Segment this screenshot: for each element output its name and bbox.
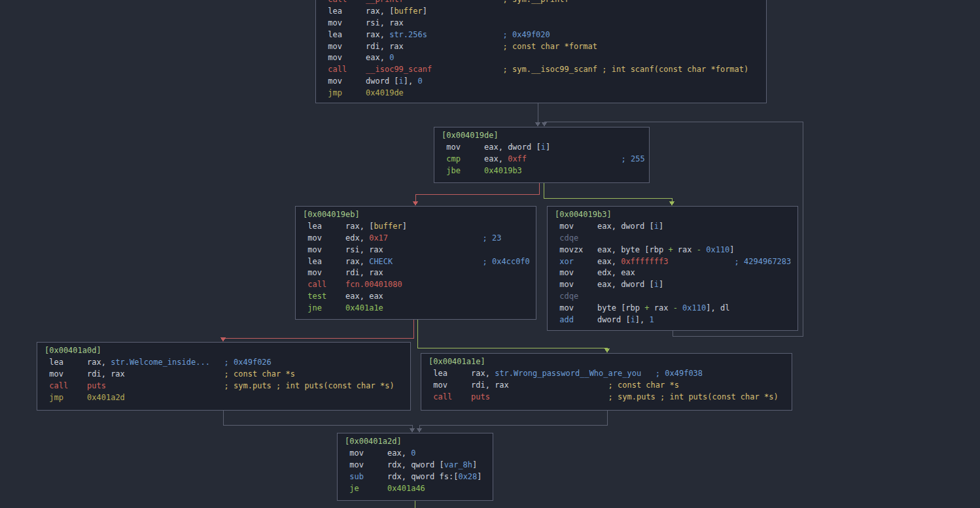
- asm-line: movzx eax, byte [rbp + rax - 0x110]: [555, 245, 790, 256]
- edge-arrow-icon: [542, 122, 547, 127]
- edge-arrow-icon: [417, 428, 422, 433]
- asm-line: jbe 0x4019b3: [442, 165, 642, 177]
- asm-line: xor eax, 0xfffffff3 ; 4294967283: [555, 256, 790, 268]
- asm-line: lea rax, str.256s ; 0x49f020: [323, 29, 759, 41]
- asm-line: mov rsi, rax: [303, 245, 529, 256]
- block-address-label: [0x004019de]: [442, 130, 642, 142]
- block-address-label: [0x00401a0d]: [44, 345, 403, 357]
- asm-line: cdqe: [555, 291, 790, 303]
- asm-line: jne 0x401a1e: [303, 303, 529, 314]
- edge-arrow-icon: [669, 201, 674, 206]
- edge-arrow-icon: [410, 428, 415, 433]
- asm-line: mov eax, dword [i]: [555, 279, 790, 291]
- basic-block-0x00401a2d[interactable]: [0x00401a2d] mov eax, 0 mov rdx, qword […: [337, 433, 493, 501]
- basic-block-0x00401a0d[interactable]: [0x00401a0d] lea rax, str.Welcome_inside…: [37, 342, 411, 411]
- edge-green: [544, 183, 672, 202]
- asm-line: lea rax, [buffer]: [323, 6, 759, 18]
- block-address-label: [0x004019b3]: [555, 209, 790, 221]
- asm-line: mov eax, dword [i]: [442, 142, 642, 154]
- asm-line: test eax, eax: [303, 291, 529, 303]
- block-address-label: [0x004019eb]: [303, 209, 529, 221]
- asm-line: mov eax, 0: [323, 52, 759, 64]
- asm-line: mov rdx, qword [var_8h]: [345, 460, 485, 471]
- basic-block-0x004019b3[interactable]: [0x004019b3] mov eax, dword [i] cdqe mov…: [547, 206, 798, 331]
- asm-line: mov rdi, rax ; const char *s: [429, 380, 784, 392]
- asm-line: add dword [i], 1: [555, 314, 790, 326]
- asm-line: lea rax, str.Welcome_inside... ; 0x49f02…: [44, 357, 403, 369]
- asm-line: lea rax, str.Wrong_password__Who_are_you…: [429, 368, 784, 380]
- basic-block-top-partial[interactable]: call __printf ; sym.__printf lea rax, [b…: [315, 0, 767, 103]
- asm-line: call __printf ; sym.__printf: [323, 0, 759, 6]
- edge-arrow-icon: [535, 122, 540, 127]
- asm-line: mov eax, dword [i]: [555, 221, 790, 233]
- asm-line: mov byte [rbp + rax - 0x110], dl: [555, 303, 790, 314]
- asm-line: call puts ; sym.puts ; int puts(const ch…: [44, 381, 403, 392]
- asm-line: call fcn.00401080: [303, 279, 529, 291]
- asm-line: jmp 0x4019de: [323, 88, 759, 99]
- asm-line: call puts ; sym.puts ; int puts(const ch…: [429, 392, 784, 403]
- edge-arrow-icon: [413, 201, 418, 206]
- asm-line: mov rsi, rax: [323, 18, 759, 29]
- asm-line: mov edx, 0x17 ; 23: [303, 233, 529, 245]
- asm-line: lea rax, [buffer]: [303, 221, 529, 233]
- asm-line: sub rdx, qword fs:[0x28]: [345, 471, 485, 483]
- asm-line: mov edx, eax: [555, 267, 790, 279]
- edge-arrow-icon: [604, 348, 610, 353]
- block-address-label: [0x00401a2d]: [345, 436, 485, 448]
- asm-line: cmp eax, 0xff ; 255: [442, 154, 642, 165]
- edge-gray: [419, 411, 607, 429]
- basic-block-0x004019eb[interactable]: [0x004019eb] lea rax, [buffer] mov edx, …: [295, 206, 536, 320]
- asm-line: lea rax, CHECK ; 0x4cc0f0: [303, 256, 529, 268]
- edge-red: [415, 183, 539, 202]
- graph-view[interactable]: call __printf ; sym.__printf lea rax, [b…: [0, 0, 980, 508]
- asm-line: mov rdi, rax: [303, 267, 529, 279]
- asm-line: jmp 0x401a2d: [44, 392, 403, 404]
- asm-line: call __isoc99_scanf ; sym.__isoc99_scanf…: [323, 64, 759, 76]
- basic-block-0x004019de[interactable]: [0x004019de] mov eax, dword [i] cmp eax,…: [434, 127, 650, 183]
- asm-line: mov dword [i], 0: [323, 76, 759, 88]
- basic-block-0x00401a1e[interactable]: [0x00401a1e] lea rax, str.Wrong_password…: [421, 353, 792, 411]
- block-address-label: [0x00401a1e]: [429, 356, 784, 368]
- edge-gray: [223, 411, 412, 429]
- edge-arrow-icon: [220, 337, 226, 342]
- asm-line: cdqe: [555, 233, 790, 245]
- asm-line: mov rdi, rax ; const char *format: [323, 41, 759, 53]
- asm-line: mov rdi, rax ; const char *s: [44, 369, 403, 381]
- edge-red: [223, 320, 413, 338]
- asm-line: je 0x401a46: [345, 483, 485, 495]
- asm-line: mov eax, 0: [345, 448, 485, 460]
